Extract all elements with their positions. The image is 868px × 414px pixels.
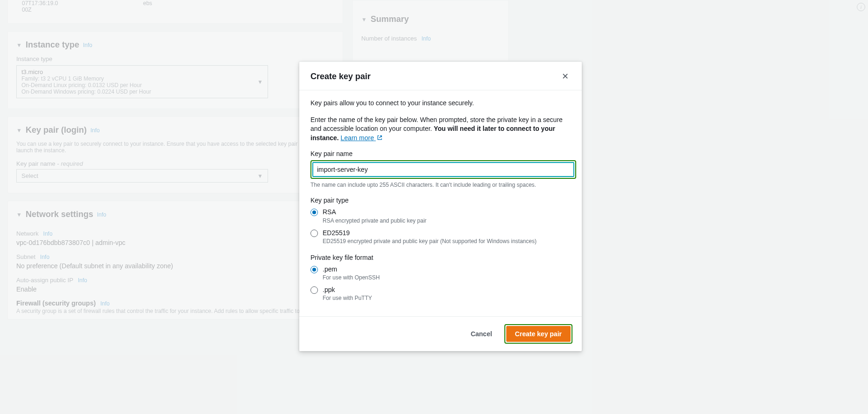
radio-pem[interactable]: .pem For use with OpenSSH bbox=[310, 265, 571, 281]
radio-icon bbox=[310, 230, 318, 237]
radio-label: .pem bbox=[323, 265, 380, 273]
radio-rsa[interactable]: RSA RSA encrypted private and public key… bbox=[310, 208, 571, 224]
radio-ed25519[interactable]: ED25519 ED25519 encrypted private and pu… bbox=[310, 229, 571, 244]
radio-label: ED25519 bbox=[323, 229, 537, 237]
file-format-label: Private key file format bbox=[310, 254, 571, 261]
radio-desc: RSA encrypted private and public key pai… bbox=[323, 217, 427, 224]
radio-icon bbox=[310, 286, 318, 294]
modal-intro: Key pairs allow you to connect to your i… bbox=[310, 99, 571, 108]
radio-ppk[interactable]: .ppk For use with PuTTY bbox=[310, 285, 571, 301]
key-pair-name-input[interactable] bbox=[312, 162, 574, 177]
learn-more-link[interactable]: Learn more bbox=[341, 134, 383, 142]
key-pair-name-label: Key pair name bbox=[310, 150, 571, 157]
modal-instructions: Enter the name of the key pair below. Wh… bbox=[310, 115, 571, 143]
create-key-pair-button[interactable]: Create key pair bbox=[506, 326, 571, 342]
radio-label: RSA bbox=[323, 208, 427, 216]
key-pair-name-help: The name can include upto 255 ASCII char… bbox=[310, 182, 571, 188]
radio-desc: For use with PuTTY bbox=[323, 295, 372, 301]
radio-label: .ppk bbox=[323, 285, 372, 294]
close-icon[interactable]: ✕ bbox=[560, 70, 571, 82]
key-pair-type-group: RSA RSA encrypted private and public key… bbox=[310, 208, 571, 244]
key-pair-type-label: Key pair type bbox=[310, 197, 571, 204]
file-format-group: .pem For use with OpenSSH .ppk For use w… bbox=[310, 265, 571, 301]
modal-title: Create key pair bbox=[310, 72, 371, 81]
radio-desc: ED25519 encrypted private and public key… bbox=[323, 238, 537, 244]
radio-icon bbox=[310, 209, 318, 216]
external-link-icon bbox=[377, 135, 383, 141]
cancel-button[interactable]: Cancel bbox=[464, 326, 499, 341]
radio-desc: For use with OpenSSH bbox=[323, 274, 380, 281]
radio-icon bbox=[310, 266, 318, 273]
create-key-pair-modal: Create key pair ✕ Key pairs allow you to… bbox=[299, 61, 582, 351]
